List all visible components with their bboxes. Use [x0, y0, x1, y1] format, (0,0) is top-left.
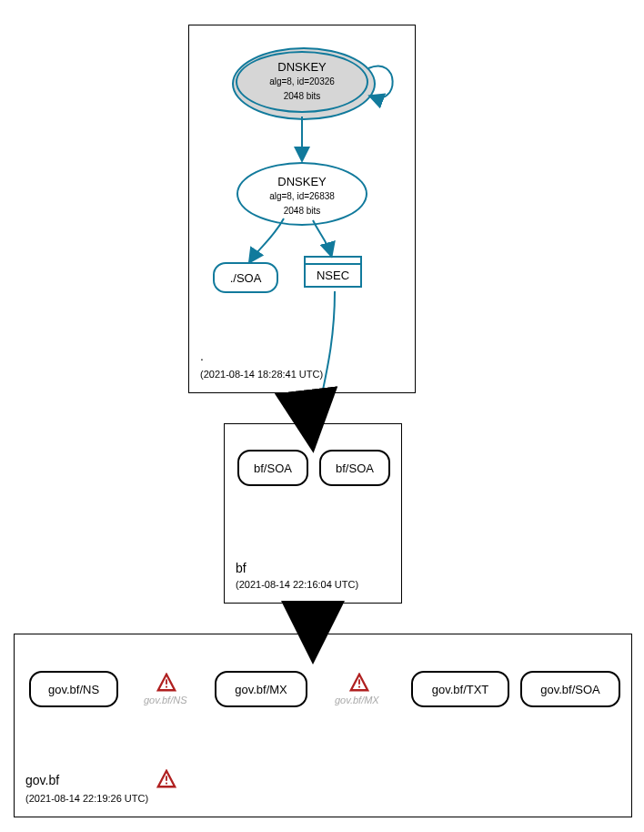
- svg-rect-1: [166, 679, 167, 685]
- svg-rect-8: [166, 783, 167, 785]
- svg-rect-7: [166, 776, 167, 781]
- govbf-ns: gov.bf/NS: [29, 671, 118, 707]
- govbf-ns-warn-label: gov.bf/NS: [144, 695, 187, 705]
- svg-rect-2: [166, 686, 167, 688]
- zsk-title: DNSKEY: [277, 175, 326, 188]
- govbf-mx-label: gov.bf/MX: [235, 683, 287, 696]
- zone-bf-label: bf: [236, 561, 247, 575]
- govbf-soa: gov.bf/SOA: [520, 671, 620, 707]
- edge-root-bf-deleg: [307, 393, 309, 417]
- root-nsec: NSEC: [304, 256, 362, 288]
- zone-govbf-timestamp: (2021-08-14 22:19:26 UTC): [25, 793, 148, 804]
- ksk-bits: 2048 bits: [284, 91, 321, 101]
- govbf-txt-label: gov.bf/TXT: [432, 683, 489, 696]
- warning-icon: [156, 769, 176, 789]
- zone-root-timestamp: (2021-08-14 18:28:41 UTC): [200, 369, 323, 380]
- ksk-title: DNSKEY: [277, 60, 326, 74]
- govbf-ns-label: gov.bf/NS: [48, 683, 99, 696]
- zone-govbf: gov.bf/NS gov.bf/NS gov.bf/MX gov.bf/MX …: [14, 634, 632, 817]
- root-soa-label: ./SOA: [230, 271, 262, 285]
- dnskey-ksk: DNSKEY alg=8, id=20326 2048 bits: [232, 47, 372, 117]
- root-nsec-label: NSEC: [306, 265, 360, 286]
- zone-govbf-label: gov.bf: [25, 773, 59, 787]
- svg-rect-4: [358, 679, 360, 685]
- zone-bf: bf/SOA bf/SOA bf (2021-08-14 22:16:04 UT…: [224, 423, 402, 604]
- govbf-soa-label: gov.bf/SOA: [540, 683, 600, 696]
- dnskey-zsk: DNSKEY alg=8, id=26838 2048 bits: [236, 162, 367, 226]
- zone-root-label: .: [200, 349, 204, 363]
- zone-bf-timestamp: (2021-08-14 22:16:04 UTC): [236, 579, 358, 590]
- ksk-alg: alg=8, id=20326: [269, 76, 335, 86]
- govbf-mx-warn-label: gov.bf/MX: [335, 695, 379, 705]
- root-soa: ./SOA: [213, 262, 278, 293]
- bf-soa-1: bf/SOA: [237, 450, 308, 486]
- zsk-bits: 2048 bits: [284, 206, 321, 216]
- zone-root: DNSKEY alg=8, id=20326 2048 bits DNSKEY …: [188, 25, 416, 393]
- svg-rect-5: [358, 686, 360, 688]
- bf-soa-2-label: bf/SOA: [336, 462, 374, 475]
- govbf-txt: gov.bf/TXT: [411, 671, 509, 707]
- bf-soa-2: bf/SOA: [319, 450, 390, 486]
- warning-icon: [156, 673, 176, 693]
- govbf-mx: gov.bf/MX: [215, 671, 307, 707]
- zsk-alg: alg=8, id=26838: [269, 191, 335, 201]
- bf-soa-1-label: bf/SOA: [254, 462, 292, 475]
- warning-icon: [349, 673, 369, 693]
